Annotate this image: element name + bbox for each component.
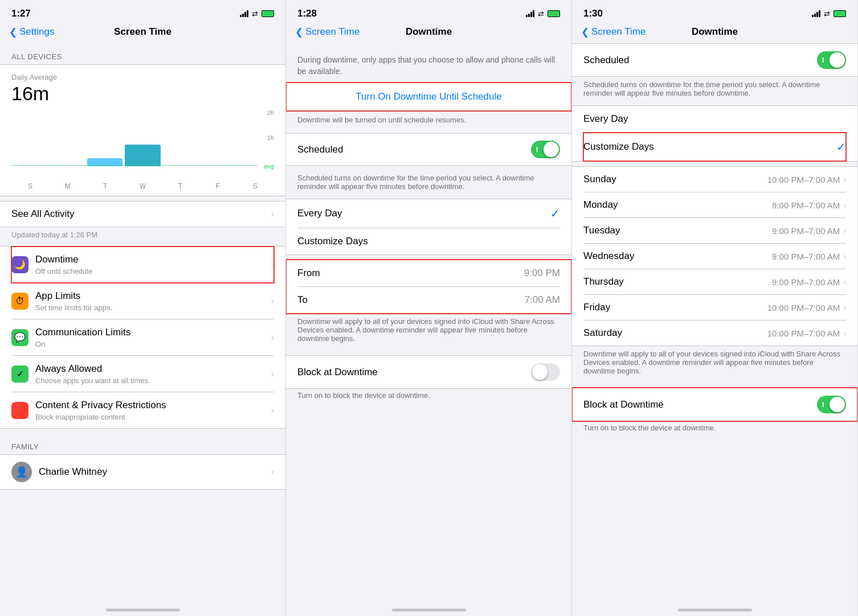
section-label-all-devices: ALL DEVICES xyxy=(0,43,285,64)
chevron-left-icon-3: ❮ xyxy=(581,26,589,38)
day-row-friday[interactable]: Friday 10:00 PM–7:00 AM › xyxy=(583,295,846,321)
block-toggle-3[interactable]: I xyxy=(817,396,846,413)
from-to-desc: Downtime will apply to all of your devic… xyxy=(286,315,571,351)
day-time-tuesday: 9:00 PM–7:00 AM xyxy=(772,226,840,236)
customize-days-row-3[interactable]: Customize Days ✓ xyxy=(583,133,846,161)
app-limits-title: App Limits xyxy=(35,290,264,302)
usage-chart: 2h 1h avg xyxy=(11,109,274,178)
daily-average-section: Daily Average 16m 2h 1h avg S M T W xyxy=(0,64,285,196)
block-label: Block at Downtime xyxy=(297,367,378,378)
comm-limits-row[interactable]: 💬 Communication Limits On › xyxy=(11,319,274,356)
day-name-monday: Monday xyxy=(583,199,618,211)
downtime-icon: 🌙 xyxy=(11,256,28,273)
every-day-row[interactable]: Every Day ✓ xyxy=(297,199,560,228)
status-time-3: 1:30 xyxy=(583,8,603,19)
day-name-sunday: Sunday xyxy=(583,174,616,185)
day-chevron-wednesday: › xyxy=(843,252,846,261)
day-row-saturday[interactable]: Saturday 10:00 PM–7:00 AM › xyxy=(583,321,846,346)
day-time-monday: 9:00 PM–7:00 AM xyxy=(772,200,840,210)
scheduled-label-3: Scheduled xyxy=(583,55,629,66)
daily-avg-value: 16m xyxy=(11,83,274,105)
day-row-sunday[interactable]: Sunday 10:00 PM–7:00 AM › xyxy=(583,167,846,192)
customize-days-row[interactable]: Customize Days xyxy=(297,228,560,254)
nav-title-3: Downtime xyxy=(692,26,738,38)
every-day-row-3[interactable]: Every Day xyxy=(583,106,846,133)
content-privacy-row[interactable]: 🚫 Content & Privacy Restrictions Block i… xyxy=(11,392,274,428)
family-person-content: Charlie Whitney xyxy=(39,466,264,478)
nav-title-1: Screen Time xyxy=(114,26,171,38)
day-chevron-thursday: › xyxy=(843,277,846,286)
day-row-tuesday[interactable]: Tuesday 9:00 PM–7:00 AM › xyxy=(583,218,846,244)
status-bar-2: 1:28 ⇄ xyxy=(286,0,571,24)
status-time-1: 1:27 xyxy=(11,8,31,19)
day-row-wednesday[interactable]: Wednesday 9:00 PM–7:00 AM › xyxy=(583,244,846,269)
back-button-2[interactable]: ❮ Screen Time xyxy=(295,26,359,38)
home-indicator-1 xyxy=(106,609,180,611)
back-button-3[interactable]: ❮ Screen Time xyxy=(581,26,645,38)
see-all-chevron: › xyxy=(271,209,274,219)
wifi-icon-2: ⇄ xyxy=(538,10,544,18)
customize-days-check-3: ✓ xyxy=(836,140,846,154)
app-limits-row[interactable]: ⏱ App Limits Set time limits for apps. › xyxy=(11,283,274,319)
day-name-saturday: Saturday xyxy=(583,327,622,339)
battery-icon-3 xyxy=(834,10,846,17)
family-chevron: › xyxy=(271,467,274,477)
scheduled-card: Scheduled I xyxy=(286,133,571,166)
back-button-1[interactable]: ❮ Settings xyxy=(9,26,54,38)
to-row[interactable]: To 7:00 AM xyxy=(297,287,560,313)
always-allowed-icon: ✓ xyxy=(11,366,28,383)
turn-on-container: Turn On Downtime Until Schedule xyxy=(286,83,571,111)
day-time-friday: 10:00 PM–7:00 AM xyxy=(767,303,840,313)
day-time-thursday: 9:00 PM–7:00 AM xyxy=(772,277,840,287)
family-person-row[interactable]: 👤 Charlie Whitney › xyxy=(11,455,274,489)
app-limits-chevron: › xyxy=(271,296,274,306)
scheduled-toggle-3[interactable]: I xyxy=(817,51,846,69)
signal-icon-2 xyxy=(526,10,534,17)
see-all-activity-row[interactable]: See All Activity › xyxy=(0,201,285,227)
comm-limits-title: Communication Limits xyxy=(35,326,264,339)
day-chevron-sunday: › xyxy=(843,175,846,184)
days-list: Sunday 10:00 PM–7:00 AM › Monday 9:00 PM… xyxy=(572,166,857,346)
downtime-row[interactable]: 🌙 Downtime Off until schedule › xyxy=(11,247,274,283)
nav-bar-1: ❮ Settings Screen Time xyxy=(0,24,285,43)
status-time-2: 1:28 xyxy=(297,8,317,19)
see-all-label: See All Activity xyxy=(11,208,75,220)
back-label-2: Screen Time xyxy=(305,26,359,38)
customize-days-label: Customize Days xyxy=(297,236,368,247)
from-row[interactable]: From 9:00 PM xyxy=(297,260,560,287)
from-label: From xyxy=(297,268,320,279)
downtime-subtitle: Off until schedule xyxy=(35,267,264,276)
nav-title-2: Downtime xyxy=(406,26,452,38)
status-bar-1: 1:27 ⇄ xyxy=(0,0,285,24)
always-allowed-row[interactable]: ✓ Always Allowed Choose apps you want at… xyxy=(11,356,274,392)
day-chevron-friday: › xyxy=(843,303,846,312)
daily-avg-label: Daily Average xyxy=(11,73,274,81)
to-label: To xyxy=(297,294,308,306)
home-indicator-3 xyxy=(678,609,752,611)
downtime-description: During downtime, only apps that you choo… xyxy=(286,43,571,83)
chevron-left-icon-1: ❮ xyxy=(9,26,17,38)
day-name-tuesday: Tuesday xyxy=(583,225,620,236)
day-row-thursday[interactable]: Thursday 9:00 PM–7:00 AM › xyxy=(583,269,846,295)
block-toggle[interactable] xyxy=(531,363,560,381)
status-bar-3: 1:30 ⇄ xyxy=(572,0,857,24)
downtime-chevron: › xyxy=(271,260,274,270)
app-limits-content: App Limits Set time limits for apps. xyxy=(35,290,264,312)
block-downtime-container: Block at Downtime I xyxy=(572,388,857,421)
every-day-label: Every Day xyxy=(297,208,342,219)
day-time-wednesday: 9:00 PM–7:00 AM xyxy=(772,252,840,261)
scheduled-toggle[interactable]: I xyxy=(531,141,560,158)
family-avatar: 👤 xyxy=(11,462,32,482)
comm-limits-chevron: › xyxy=(271,332,274,343)
status-icons-1: ⇄ xyxy=(240,10,274,18)
signal-icon-1 xyxy=(240,10,248,17)
day-chevron-monday: › xyxy=(843,200,846,210)
app-limits-subtitle: Set time limits for apps. xyxy=(35,303,264,312)
content-privacy-title: Content & Privacy Restrictions xyxy=(35,399,264,412)
day-selection-3: Every Day Customize Days ✓ xyxy=(572,105,857,162)
customize-days-label-3: Customize Days xyxy=(583,141,654,153)
turn-on-btn[interactable]: Turn On Downtime Until Schedule xyxy=(286,83,571,111)
status-icons-3: ⇄ xyxy=(812,10,846,18)
always-allowed-chevron: › xyxy=(271,369,274,379)
day-row-monday[interactable]: Monday 9:00 PM–7:00 AM › xyxy=(583,192,846,218)
